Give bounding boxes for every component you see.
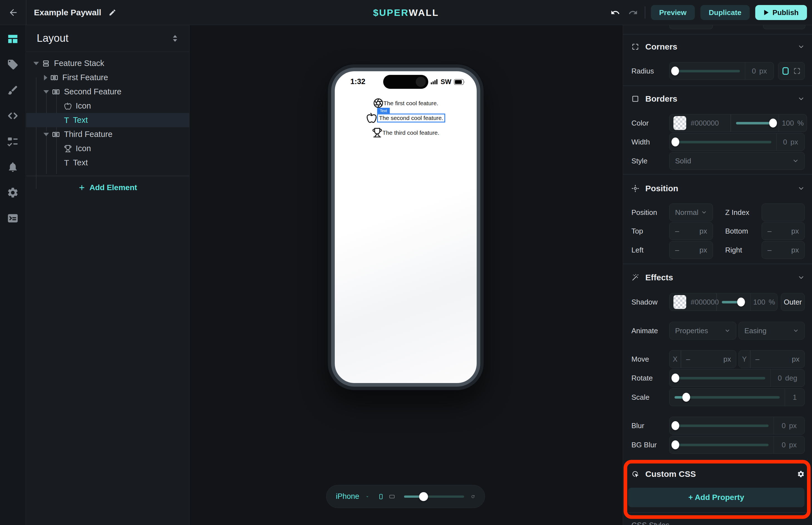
- sort-icon[interactable]: [171, 34, 179, 43]
- chevron-down-icon[interactable]: [798, 185, 805, 192]
- tree-row-third-text[interactable]: T Text: [26, 155, 189, 170]
- effects-section-header[interactable]: Effects: [631, 271, 805, 284]
- tree-row-third-feature[interactable]: Third Feature: [26, 127, 189, 141]
- tree-row-third-icon[interactable]: Icon: [26, 141, 189, 155]
- bg-blur-value[interactable]: 0: [782, 441, 785, 449]
- radius-slider[interactable]: [670, 62, 745, 80]
- rail-item-settings[interactable]: [6, 186, 19, 199]
- move-y-input[interactable]: Y – px: [738, 350, 805, 368]
- rail-item-notifications[interactable]: [6, 160, 19, 174]
- bottom-input[interactable]: – px: [762, 222, 805, 240]
- rotate-value[interactable]: 0: [778, 374, 782, 382]
- shadow-color-picker[interactable]: #000000: [670, 295, 716, 309]
- border-width-slider[interactable]: [670, 133, 776, 151]
- chevron-down-icon[interactable]: [798, 274, 805, 281]
- iphone-screen[interactable]: 1:32 SW The first cool feature.: [331, 68, 480, 387]
- redo-button[interactable]: [627, 6, 639, 19]
- edit-pencil-icon[interactable]: [108, 9, 116, 16]
- tree-row-second-icon[interactable]: Icon: [26, 99, 189, 113]
- add-property-button[interactable]: + Add Property: [628, 488, 805, 507]
- position-mode-select[interactable]: Normal: [669, 204, 713, 221]
- radius-value[interactable]: 0: [752, 67, 756, 75]
- shadow-opacity-knob[interactable]: [737, 298, 745, 306]
- chevron-down-icon[interactable]: [366, 494, 369, 500]
- color-swatch[interactable]: [673, 295, 686, 309]
- border-color-hex[interactable]: #000000: [691, 119, 719, 127]
- border-opacity-knob[interactable]: [769, 119, 777, 127]
- caret-down-icon[interactable]: [43, 133, 49, 136]
- editor-canvas[interactable]: 1:32 SW The first cool feature.: [189, 25, 623, 525]
- tree-row-first-feature[interactable]: First Feature: [26, 71, 189, 85]
- border-opacity-value[interactable]: 100: [782, 119, 794, 127]
- rail-item-variables[interactable]: [6, 135, 19, 148]
- gear-icon[interactable]: [797, 470, 805, 478]
- shadow-opacity-value[interactable]: 100: [753, 298, 765, 306]
- rail-item-code[interactable]: [6, 109, 19, 122]
- preview-button[interactable]: Preview: [651, 5, 695, 20]
- rail-item-layout[interactable]: [6, 32, 19, 46]
- undo-button[interactable]: [609, 6, 622, 19]
- feature-text[interactable]: The third cool feature.: [382, 130, 439, 136]
- position-section-header[interactable]: Position: [631, 182, 805, 195]
- scale-knob[interactable]: [682, 393, 690, 402]
- move-x-input[interactable]: X – px: [669, 350, 736, 368]
- shadow-mode-button[interactable]: Outer: [781, 293, 805, 311]
- rail-item-theme[interactable]: [6, 84, 19, 97]
- feature-row-third[interactable]: The third cool feature.: [372, 127, 439, 138]
- rail-item-products[interactable]: [6, 58, 19, 71]
- right-input[interactable]: – px: [762, 241, 805, 259]
- blur-slider[interactable]: [670, 417, 773, 434]
- left-input[interactable]: – px: [669, 241, 713, 259]
- blur-value[interactable]: 0: [782, 421, 785, 430]
- scale-value[interactable]: 1: [793, 393, 797, 402]
- bg-blur-slider[interactable]: [670, 436, 773, 453]
- caret-right-icon[interactable]: [44, 75, 47, 80]
- animate-easing-select[interactable]: Easing: [738, 322, 805, 340]
- blur-knob[interactable]: [672, 421, 679, 430]
- chevron-down-icon[interactable]: [798, 43, 805, 50]
- rail-item-developer[interactable]: [6, 212, 19, 225]
- refresh-icon[interactable]: [471, 492, 475, 501]
- feature-row-first[interactable]: The first cool feature.: [373, 98, 438, 108]
- border-opacity-slider[interactable]: [731, 115, 779, 132]
- scale-slider[interactable]: [670, 389, 785, 406]
- uniform-radius-icon[interactable]: [782, 67, 789, 75]
- border-width-knob[interactable]: [672, 137, 679, 147]
- device-selector-label[interactable]: iPhone: [336, 492, 359, 501]
- chevron-down-icon[interactable]: [798, 95, 805, 102]
- tree-row-second-feature[interactable]: Second Feature: [26, 85, 189, 99]
- canvas-zoom-slider[interactable]: [404, 491, 464, 502]
- feature-text[interactable]: The first cool feature.: [383, 100, 438, 107]
- border-width-value[interactable]: 0: [783, 138, 787, 147]
- z-index-input[interactable]: [762, 204, 805, 221]
- rotate-knob[interactable]: [672, 374, 679, 382]
- borders-section-header[interactable]: Borders: [631, 93, 805, 105]
- feature-row-second[interactable]: Text The second cool feature.: [366, 112, 445, 123]
- tree-row-feature-stack[interactable]: Feature Stack: [26, 56, 189, 71]
- caret-down-icon[interactable]: [43, 90, 49, 93]
- caret-down-icon[interactable]: [33, 62, 39, 65]
- publish-button[interactable]: Publish: [755, 5, 807, 20]
- zoom-slider-knob[interactable]: [419, 492, 428, 501]
- bg-blur-knob[interactable]: [672, 440, 679, 449]
- top-input[interactable]: – px: [669, 222, 713, 240]
- selected-text-element[interactable]: Text The second cool feature.: [377, 114, 445, 122]
- custom-css-section-header[interactable]: Custom CSS: [631, 468, 805, 480]
- feature-text[interactable]: The second cool feature.: [379, 115, 443, 121]
- per-corner-radius-icon[interactable]: [793, 67, 801, 75]
- landscape-orientation-icon[interactable]: [389, 492, 395, 501]
- tree-row-second-text[interactable]: T Text: [26, 113, 189, 127]
- rotate-slider[interactable]: [670, 370, 770, 387]
- border-style-select[interactable]: Solid: [669, 152, 805, 170]
- corners-section-header[interactable]: Corners: [631, 41, 805, 53]
- shadow-opacity-slider[interactable]: [717, 294, 750, 311]
- animate-properties-select[interactable]: Properties: [669, 322, 736, 340]
- back-button[interactable]: [7, 6, 19, 19]
- radius-slider-knob[interactable]: [671, 66, 679, 75]
- add-element-button[interactable]: Add Element: [26, 180, 189, 195]
- duplicate-button[interactable]: Duplicate: [701, 5, 750, 20]
- shadow-color-hex[interactable]: #000000: [691, 298, 719, 306]
- color-swatch[interactable]: [673, 116, 686, 130]
- portrait-orientation-icon[interactable]: [379, 491, 383, 502]
- border-color-picker[interactable]: #000000: [670, 116, 731, 130]
